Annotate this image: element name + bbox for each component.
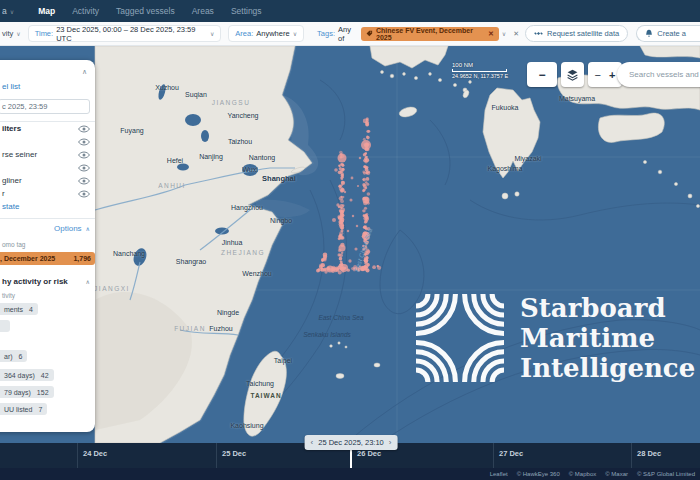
timeline-date-label: 25 Dec [222,449,246,458]
divider [0,218,95,219]
risk-chip-count: 4 [29,306,33,313]
filter-bar-actions: Request satellite data Create a [525,25,700,42]
eye-icon[interactable] [78,125,90,133]
chevron-down-icon: ∨ [502,30,506,37]
eye-icon[interactable] [78,190,90,198]
zoom-in-button[interactable]: + [609,69,615,81]
tag-chip-label: , December 2025 [0,255,55,262]
tag-chip[interactable]: Chinese FV Event, December 2025 ✕ [361,27,498,41]
nav-item-activity[interactable]: Activity [72,6,99,16]
risk-chip-label: ar) [4,353,13,360]
vessel-type-label: r [2,189,5,198]
map-attribution: Leaflet© HawkEye 360© Mapbox© Maxar© S&P… [0,468,700,480]
vessel-type-label: gliner [2,176,22,185]
timeline-current-time: 25 Dec 2025, 23:10 [318,438,383,447]
activity-sublabel: tivity [2,292,90,299]
area-filter[interactable]: Area: Anywhere ∨ [228,25,304,42]
nav-item-tagged-vessels[interactable]: Tagged vessels [116,6,175,16]
chevron-up-icon: ∧ [86,278,90,285]
clear-tags-icon[interactable]: ✕ [513,30,519,38]
preset-label: vity [2,29,13,38]
vessel-type-row[interactable]: ilters [2,122,90,135]
risk-chip-count: 152 [37,389,49,396]
tags-mode: Any of [338,25,358,43]
risk-chip[interactable]: UU listed7 [0,403,47,415]
risk-chip[interactable] [0,320,10,332]
options-label: Options [54,224,82,233]
nav-items: MapActivityTagged vesselsAreasSettings [38,6,261,16]
tags-label: Tags: [317,29,335,38]
top-navigation: a ∨ MapActivityTagged vesselsAreasSettin… [0,0,700,22]
layers-icon [566,68,579,81]
timeline-separator [631,443,632,468]
risk-chip[interactable]: 79 days)152 [0,386,54,398]
vessel-filter-rows: iltersrse seinerglinerr [2,122,90,200]
eye-icon[interactable] [78,138,90,146]
create-alert-label: Create a [657,29,686,38]
step-forward-icon[interactable]: › [389,438,392,447]
eye-icon[interactable] [78,177,90,185]
create-alert-button[interactable]: Create a [636,25,700,42]
vessel-type-row[interactable]: gliner [2,174,90,187]
close-icon[interactable]: ✕ [488,30,494,38]
timeline-tooltip[interactable]: ‹ 25 Dec 2025, 23:10 › [305,435,398,450]
attribution-item[interactable]: © Maxar [605,471,628,477]
risk-chip[interactable]: 364 days)42 [0,369,54,381]
vessel-list-link[interactable]: el list [2,82,90,91]
app-window: XuzhouSuqianYanchengFuyangTaizhouNanjing… [0,0,700,480]
event-tag-chip[interactable]: , December 2025 1,796 [0,252,95,265]
risk-chip-stack: ments4ar)6364 days)4279 days)152UU liste… [2,299,90,415]
tag-icon [366,30,373,37]
timeline-separator [77,443,78,468]
collapse-panel-icon[interactable]: ∧ [82,68,87,76]
tags-filter[interactable]: Tags: Any of Chinese FV Event, December … [311,25,525,42]
collapse-timebar-button[interactable]: − [527,62,557,87]
time-filter[interactable]: Time: 23 Dec 2025, 00:00 – 28 Dec 2025, … [28,25,222,42]
zoom-out-button[interactable]: − [595,69,601,81]
sidebar-panel: ∧ el list c 2025, 23:59 iltersrse seiner… [0,60,95,432]
request-satellite-button[interactable]: Request satellite data [525,25,628,42]
chevron-up-icon: ∧ [86,225,90,232]
timeline-date-label: 27 Dec [499,449,523,458]
tag-chip-count: 1,796 [73,255,91,262]
vessel-type-row[interactable] [2,161,90,174]
vessel-type-row[interactable]: rse seiner [2,148,90,161]
risk-chip-label: 79 days) [4,389,31,396]
scale-bar [452,69,507,72]
risk-chip[interactable]: ar)6 [0,350,27,362]
demo-tag-label: omo tag [2,241,90,248]
date-field[interactable]: c 2025, 23:59 [0,99,90,114]
attribution-item[interactable]: © Mapbox [569,471,596,477]
cursor-coordinates: 24.9652 N, 117.3757 E [452,73,508,79]
activity-risk-header[interactable]: hy activity or risk ∧ [2,277,90,286]
vessel-type-row[interactable] [2,135,90,148]
eye-icon[interactable] [78,151,90,159]
attribution-item[interactable]: © S&P Global Limited [637,471,695,477]
vessel-type-label: rse seiner [2,150,37,159]
timeline-date-label: 26 Dec [357,449,381,458]
eye-icon[interactable] [78,164,90,172]
chevron-down-icon: ∨ [16,30,20,37]
risk-chip-label: 364 days) [4,372,35,379]
step-back-icon[interactable]: ‹ [311,438,314,447]
vessel-type-row[interactable]: r [2,187,90,200]
nav-item-map[interactable]: Map [38,6,55,16]
attribution-item[interactable]: © HawkEye 360 [517,471,560,477]
timeline-date-label: 24 Dec [83,449,107,458]
flag-state-link[interactable]: state [2,202,90,211]
org-menu[interactable]: a ∨ [2,6,14,16]
org-menu-label: a [2,6,7,16]
vessel-type-label: ilters [2,124,21,133]
map-canvas[interactable] [0,46,700,443]
risk-chip[interactable]: ments4 [0,303,38,315]
request-satellite-label: Request satellite data [547,29,619,38]
search-input[interactable] [629,70,700,79]
area-label: Area: [235,29,253,38]
layers-button[interactable] [561,62,584,87]
preset-dropdown[interactable]: vity ∨ [2,29,21,38]
nav-item-settings[interactable]: Settings [231,6,262,16]
options-link[interactable]: Options ∧ [2,224,90,233]
attribution-item[interactable]: Leaflet [490,471,508,477]
nav-item-areas[interactable]: Areas [192,6,214,16]
bell-icon [645,29,653,38]
